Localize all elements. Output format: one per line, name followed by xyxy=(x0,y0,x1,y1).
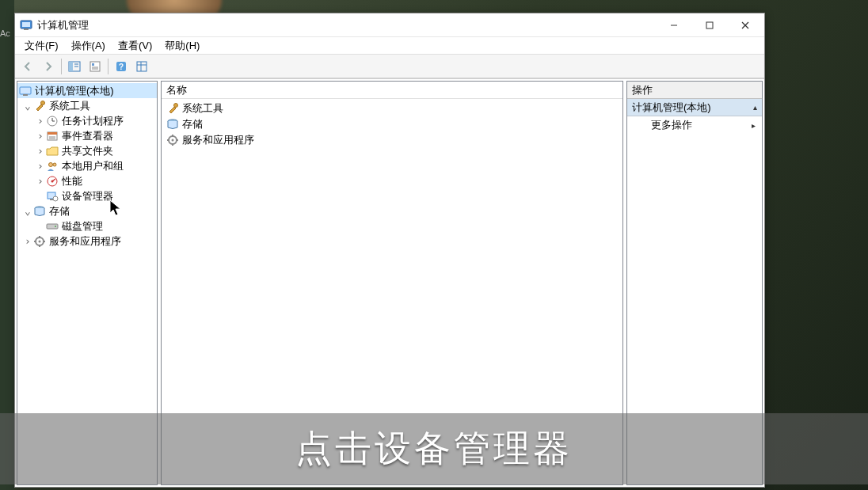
svg-point-31 xyxy=(53,163,56,166)
properties-button[interactable] xyxy=(86,57,105,76)
storage-icon xyxy=(166,118,179,131)
list-item[interactable]: 系统工具 xyxy=(162,101,622,116)
device-icon xyxy=(46,190,59,203)
toolbar-extra-button[interactable] xyxy=(132,57,151,76)
folder-shared-icon xyxy=(46,145,59,158)
column-label: 名称 xyxy=(166,83,187,97)
window-controls xyxy=(656,14,763,36)
help-button[interactable]: ? xyxy=(112,57,131,76)
tree-label: 任务计划程序 xyxy=(62,114,124,128)
titlebar[interactable]: 计算机管理 xyxy=(15,13,764,37)
svg-rect-1 xyxy=(22,22,30,27)
actions-header-label: 操作 xyxy=(632,83,653,97)
svg-rect-17 xyxy=(137,62,147,71)
svg-point-42 xyxy=(174,104,178,108)
tree-event-viewer[interactable]: › 事件查看器 xyxy=(17,128,157,143)
disk-icon xyxy=(46,220,59,233)
svg-point-22 xyxy=(41,101,45,104)
list-label: 存储 xyxy=(182,117,203,131)
tree-root[interactable]: 计算机管理(本地) xyxy=(17,83,157,98)
tree-shared-folders[interactable]: › 共享文件夹 xyxy=(17,143,157,158)
column-header-name[interactable]: 名称 xyxy=(162,82,622,99)
tree-label: 设备管理器 xyxy=(62,189,113,203)
clock-icon xyxy=(46,115,59,127)
tree-services-apps[interactable]: › 服务和应用程序 xyxy=(17,234,157,249)
list-item[interactable]: 服务和应用程序 xyxy=(162,132,622,148)
svg-rect-4 xyxy=(706,22,713,28)
tree-label: 系统工具 xyxy=(49,99,90,113)
list-label: 服务和应用程序 xyxy=(182,133,254,147)
svg-rect-8 xyxy=(69,62,73,71)
tree-local-users[interactable]: › 本地用户和组 xyxy=(17,158,157,173)
svg-point-39 xyxy=(55,226,56,227)
menu-action[interactable]: 操作(A) xyxy=(65,37,112,55)
submenu-icon: ▸ xyxy=(752,121,756,130)
toolbar: ? xyxy=(15,55,764,78)
tree-label: 存储 xyxy=(49,204,70,218)
computer-icon xyxy=(19,85,32,97)
storage-icon xyxy=(33,205,46,218)
window-title: 计算机管理 xyxy=(37,18,656,32)
svg-point-41 xyxy=(39,240,41,242)
tree-storage[interactable]: ⌄ 存储 xyxy=(17,203,157,218)
menu-file[interactable]: 文件(F) xyxy=(18,37,65,55)
toolbar-separator xyxy=(108,59,108,74)
expand-toggle[interactable]: › xyxy=(35,131,46,142)
expand-toggle[interactable]: › xyxy=(35,176,46,187)
caption-overlay: 点击设备管理器 xyxy=(0,413,868,484)
tree-performance[interactable]: › 性能 xyxy=(17,173,157,188)
services-icon xyxy=(33,235,46,248)
tree-label: 性能 xyxy=(62,174,82,188)
app-icon xyxy=(20,19,32,32)
collapse-icon[interactable]: ▴ xyxy=(753,103,757,112)
menu-view[interactable]: 查看(V) xyxy=(112,37,158,55)
nav-forward-button[interactable] xyxy=(39,57,58,76)
svg-rect-11 xyxy=(90,62,100,71)
actions-more-label: 更多操作 xyxy=(651,118,692,132)
svg-point-30 xyxy=(49,162,53,166)
svg-text:?: ? xyxy=(119,63,124,71)
tree-label: 本地用户和组 xyxy=(62,159,124,173)
svg-rect-20 xyxy=(20,87,31,94)
caption-text: 点击设备管理器 xyxy=(295,424,573,473)
show-hide-tree-button[interactable] xyxy=(65,57,84,76)
minimize-button[interactable] xyxy=(656,14,691,36)
nav-back-button[interactable] xyxy=(18,57,37,76)
expand-toggle[interactable]: › xyxy=(22,236,33,247)
close-button[interactable] xyxy=(727,14,763,36)
actions-more[interactable]: 更多操作 ▸ xyxy=(627,116,762,134)
performance-icon xyxy=(46,175,59,188)
expand-toggle[interactable]: ⌄ xyxy=(22,101,33,112)
tree-label: 计算机管理(本地) xyxy=(35,84,114,98)
list-label: 系统工具 xyxy=(182,101,223,116)
desktop-background: Ac 计算机管理 文件(F) 操作(A) 查看(V) 帮助(H) xyxy=(0,0,868,490)
event-icon xyxy=(46,130,59,142)
tree-task-scheduler[interactable]: › 任务计划程序 xyxy=(17,113,157,128)
desktop-partial-text: Ac xyxy=(0,28,10,38)
menubar: 文件(F) 操作(A) 查看(V) 帮助(H) xyxy=(15,37,764,55)
tools-icon xyxy=(166,102,179,115)
list-item[interactable]: 存储 xyxy=(162,116,622,132)
toolbar-separator xyxy=(61,59,62,74)
svg-point-36 xyxy=(53,196,58,201)
menu-help[interactable]: 帮助(H) xyxy=(158,37,206,55)
maximize-button[interactable] xyxy=(691,14,727,36)
tree-label: 磁盘管理 xyxy=(62,219,103,234)
services-icon xyxy=(166,134,179,146)
tree-disk-management[interactable]: 磁盘管理 xyxy=(17,218,157,234)
svg-rect-2 xyxy=(24,28,29,30)
actions-section-label: 计算机管理(本地) xyxy=(632,101,711,115)
expand-toggle[interactable]: ⌄ xyxy=(22,206,33,217)
expand-toggle[interactable]: › xyxy=(35,116,46,127)
tree-device-manager[interactable]: 设备管理器 xyxy=(17,188,157,203)
svg-point-45 xyxy=(172,139,174,142)
tree-system-tools[interactable]: ⌄ 系统工具 xyxy=(17,98,157,113)
expand-toggle[interactable]: › xyxy=(35,161,46,172)
tree-label: 共享文件夹 xyxy=(62,144,113,158)
expand-toggle[interactable]: › xyxy=(35,146,46,157)
actions-section[interactable]: 计算机管理(本地) ▴ xyxy=(627,99,762,116)
svg-rect-35 xyxy=(50,199,53,200)
users-icon xyxy=(46,160,59,173)
svg-rect-12 xyxy=(92,63,94,66)
svg-point-33 xyxy=(51,180,54,182)
